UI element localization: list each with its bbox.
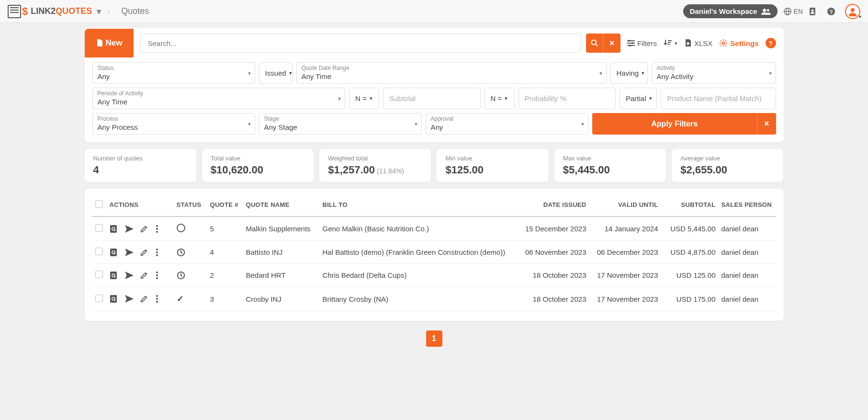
status-filter-value: Any (98, 71, 250, 81)
help-button[interactable]: ? (766, 38, 776, 48)
row-checkbox[interactable] (95, 248, 103, 255)
svg-point-26 (156, 228, 158, 230)
row-checkbox[interactable] (95, 271, 103, 278)
col-subtotal[interactable]: SUBTOTAL (661, 193, 719, 216)
preview-action[interactable] (110, 295, 118, 303)
contacts-icon[interactable] (809, 7, 821, 16)
preview-action[interactable] (110, 271, 118, 280)
activity-filter[interactable]: Activity Any Activity ▾ (652, 62, 776, 84)
partial-match-mode[interactable]: Partial ▾ (620, 88, 657, 109)
probability-filter[interactable] (519, 88, 616, 109)
settings-button[interactable]: Settings (719, 39, 758, 47)
edit-action[interactable] (140, 272, 149, 279)
issued-filter[interactable]: Issued ▾ (259, 62, 293, 84)
preview-action[interactable] (110, 225, 118, 233)
caret-down-icon: ▾ (415, 121, 417, 127)
page-1[interactable]: 1 (426, 330, 442, 347)
cell-valid-until: 17 November 2023 (589, 264, 661, 287)
cell-quote-num: 4 (207, 241, 243, 264)
sort-menu[interactable]: ▾ (664, 40, 677, 46)
caret-down-icon: ▾ (649, 95, 652, 102)
col-quote-num[interactable]: QUOTE # (207, 193, 243, 216)
preview-action[interactable] (110, 248, 118, 257)
chevron-right-icon: › (107, 0, 115, 23)
reset-filters-button[interactable]: × (757, 113, 776, 135)
select-all-checkbox[interactable] (95, 200, 103, 208)
send-action[interactable] (125, 295, 134, 303)
probability-operator[interactable]: N = ▾ (485, 88, 515, 109)
probability-input[interactable] (519, 90, 616, 107)
edit-action[interactable] (140, 295, 149, 303)
col-status[interactable]: STATUS (174, 193, 207, 216)
col-valid-until[interactable]: VALID UNTIL (589, 193, 661, 216)
app-name-1: LINK2 (31, 6, 56, 16)
stat-max: Max value $5,445.00 (554, 149, 666, 182)
send-action[interactable] (125, 272, 134, 279)
user-menu[interactable]: ▾ (845, 4, 860, 19)
subtotal-operator[interactable]: N = ▾ (349, 88, 379, 109)
having-filter[interactable]: Having ▾ (610, 62, 648, 84)
stat-total: Total value $10,620.00 (202, 149, 314, 182)
table-row[interactable]: 2Bedard HRTChris Bedard (Delta Cups)18 O… (92, 264, 776, 287)
date-range-value: Any Time (302, 71, 601, 81)
more-actions[interactable] (156, 248, 164, 257)
cell-quote-name: Bedard HRT (243, 264, 320, 287)
subtotal-input[interactable] (383, 90, 480, 107)
language-selector[interactable]: EN (783, 7, 803, 16)
activity-value: Any Activity (657, 71, 771, 81)
more-actions[interactable] (156, 271, 164, 280)
table-row[interactable]: 5Malkin SupplementsGeno Malkin (Basic Nu… (92, 216, 776, 241)
send-action[interactable] (125, 225, 134, 233)
caret-down-icon: ▾ (289, 70, 292, 76)
export-xlsx-button[interactable]: XLSX (684, 39, 712, 47)
process-filter[interactable]: Process Any Process ▾ (92, 113, 255, 135)
table-row[interactable]: ✓3Crosby INJBrittany Crosby (NA)18 Octob… (92, 287, 776, 311)
col-sales-person[interactable]: SALES PERSON (719, 193, 776, 216)
date-range-filter[interactable]: Quote Date Range Any Time ▾ (296, 62, 607, 84)
more-actions[interactable] (156, 225, 164, 233)
clear-search-button[interactable]: × (603, 34, 620, 53)
dollar-icon: $ (22, 5, 28, 18)
workspace-switcher[interactable]: Daniel's Workspace (683, 4, 778, 18)
search-input[interactable] (140, 34, 581, 53)
help-icon[interactable]: ? (827, 7, 839, 16)
approval-filter[interactable]: Approval Any ▾ (426, 113, 588, 135)
new-button[interactable]: New (85, 29, 134, 57)
gear-icon (719, 39, 728, 47)
stat-max-label: Max value (563, 155, 657, 162)
sort-icon (664, 40, 672, 46)
cell-date-issued: 18 October 2023 (518, 264, 589, 287)
app-name: LINK2QUOTES (31, 6, 92, 16)
send-action[interactable] (125, 249, 134, 256)
col-quote-name[interactable]: QUOTE NAME (243, 193, 320, 216)
cell-subtotal: USD 175.00 (661, 287, 719, 311)
app-switcher[interactable]: $ LINK2QUOTES ▾ (8, 5, 101, 18)
search-button[interactable] (586, 34, 603, 53)
filters-toggle[interactable]: Filters (627, 39, 657, 47)
table-row[interactable]: 4Battisto INJHal Battisto (demo) (Frankl… (92, 241, 776, 264)
period-value: Any Time (98, 97, 340, 107)
row-checkbox[interactable] (95, 295, 103, 302)
product-filter[interactable] (661, 88, 776, 109)
edit-action[interactable] (140, 249, 149, 256)
subtotal-filter[interactable] (383, 88, 481, 109)
svg-point-32 (156, 251, 158, 253)
svg-point-33 (156, 254, 158, 256)
status-filter[interactable]: Status Any ▾ (92, 62, 255, 84)
apply-filters-button[interactable]: Apply Filters × (592, 113, 776, 135)
cell-quote-num: 5 (207, 216, 243, 241)
more-actions[interactable] (156, 295, 164, 303)
product-input[interactable] (661, 90, 775, 107)
col-bill-to[interactable]: BILL TO (320, 193, 518, 216)
svg-point-1 (767, 9, 769, 11)
stat-weighted-label: Weighted total (328, 155, 422, 162)
breadcrumb[interactable]: Quotes (121, 6, 149, 16)
stat-count-value: 4 (93, 164, 188, 176)
row-checkbox[interactable] (95, 224, 103, 232)
period-filter[interactable]: Periode of Activity Any Time ▾ (92, 88, 346, 109)
cell-date-issued: 06 November 2023 (518, 241, 589, 264)
stage-filter[interactable]: Stage Any Stage ▾ (259, 113, 422, 135)
col-date-issued[interactable]: DATE ISSUED (518, 193, 589, 216)
stat-avg-label: Average value (680, 155, 775, 162)
edit-action[interactable] (140, 225, 149, 233)
